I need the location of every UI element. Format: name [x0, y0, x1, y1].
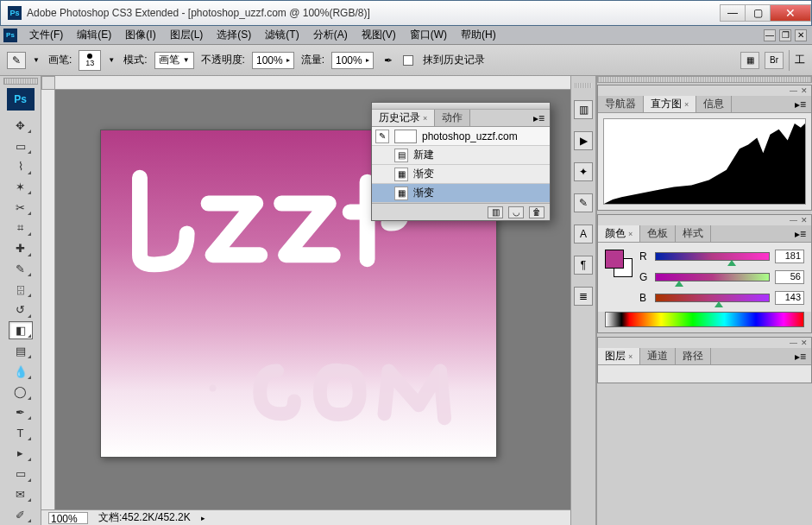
panel-close-icon[interactable]: ✕	[801, 216, 808, 225]
menu-image[interactable]: 图像(I)	[118, 26, 162, 44]
toolbox-gripper[interactable]	[3, 78, 38, 85]
zoom-input[interactable]: 100%	[48, 512, 88, 524]
eyedropper-tool[interactable]: ✐	[9, 505, 33, 524]
r-value[interactable]: 181	[775, 250, 804, 263]
fg-bg-swatch[interactable]	[605, 250, 633, 277]
tab-swatches[interactable]: 色板	[640, 225, 676, 242]
brush-dropdown[interactable]: ▼	[108, 56, 116, 64]
shape-tool[interactable]: ▭	[9, 465, 33, 484]
crop-tool[interactable]: ✂	[9, 198, 33, 217]
eraser-tool[interactable]: ◧	[9, 321, 33, 340]
tab-close-icon[interactable]: ×	[423, 114, 427, 123]
tab-navigator[interactable]: 导航器	[598, 96, 644, 112]
dock-tool-presets-icon[interactable]: ✦	[574, 162, 593, 181]
healing-tool[interactable]: ✚	[9, 239, 33, 258]
b-value[interactable]: 143	[775, 291, 804, 305]
menu-edit[interactable]: 编辑(E)	[70, 26, 118, 44]
panel-minimize-icon[interactable]: —	[790, 86, 797, 95]
tab-styles[interactable]: 样式	[676, 225, 711, 242]
menu-filter[interactable]: 滤镜(T)	[258, 26, 305, 44]
panel-close-icon[interactable]: ✕	[801, 338, 808, 347]
move-tool[interactable]: ✥	[9, 117, 33, 136]
dock-actions-icon[interactable]: ▶	[574, 131, 593, 150]
tab-color[interactable]: 颜色×	[598, 225, 640, 242]
doc-restore-button[interactable]: ❐	[779, 29, 791, 41]
history-panel-floating[interactable]: 历史记录× 动作 ▸≡ ✎ photoshop_uzzf.com ▤ 新建 ▦ …	[371, 102, 551, 221]
marquee-tool[interactable]: ▭	[9, 136, 33, 155]
r-slider[interactable]	[655, 252, 770, 261]
history-step-row[interactable]: ▤ 新建	[372, 146, 550, 165]
brush-preview[interactable]: 13	[79, 50, 101, 71]
menu-analysis[interactable]: 分析(A)	[306, 26, 355, 44]
tab-history[interactable]: 历史记录×	[372, 110, 435, 126]
panel-menu-icon[interactable]: ▸≡	[528, 110, 550, 126]
magic-wand-tool[interactable]: ✶	[9, 178, 33, 197]
history-brush-source-icon[interactable]: ✎	[375, 130, 389, 143]
path-select-tool[interactable]: ▸	[9, 444, 33, 463]
palette-well-button[interactable]: ▦	[740, 52, 759, 69]
minimize-button[interactable]: —	[720, 4, 746, 22]
menu-help[interactable]: 帮助(H)	[454, 26, 503, 44]
history-step-row[interactable]: ▦ 渐变	[372, 165, 550, 184]
tool-preset-dropdown[interactable]: ▼	[33, 56, 41, 64]
tab-actions[interactable]: 动作	[435, 110, 470, 126]
panel-menu-icon[interactable]: ▸≡	[790, 225, 811, 242]
panel-gripper[interactable]	[597, 76, 812, 83]
panel-menu-icon[interactable]: ▸≡	[790, 96, 811, 112]
g-value[interactable]: 56	[775, 270, 804, 284]
erase-history-checkbox[interactable]	[403, 55, 413, 66]
notes-tool[interactable]: ✉	[9, 485, 33, 504]
doc-close-button[interactable]: ✕	[795, 29, 807, 41]
stamp-tool[interactable]: ⌹	[9, 280, 33, 299]
status-arrow-icon[interactable]: ▸	[201, 514, 205, 522]
gradient-tool[interactable]: ▤	[9, 341, 33, 360]
dock-brushes-icon[interactable]: ✎	[574, 193, 593, 212]
slice-tool[interactable]: ⌗	[9, 218, 33, 237]
brush-tool[interactable]: ✎	[9, 260, 33, 279]
history-snapshot-row[interactable]: ✎ photoshop_uzzf.com	[372, 127, 550, 146]
menu-layer[interactable]: 图层(L)	[163, 26, 211, 44]
tab-close-icon[interactable]: ×	[628, 230, 633, 238]
opacity-combo[interactable]: 100%▸	[252, 52, 294, 69]
tab-info[interactable]: 信息	[696, 96, 732, 112]
ruler-horizontal[interactable]	[55, 76, 570, 90]
b-slider[interactable]	[655, 294, 770, 302]
flow-combo[interactable]: 100%▸	[331, 52, 374, 69]
lasso-tool[interactable]: ⌇	[9, 157, 33, 176]
blur-tool[interactable]: 💧	[9, 362, 33, 381]
delete-state-button[interactable]: 🗑	[529, 206, 544, 218]
workspace-label[interactable]: 工	[795, 53, 805, 67]
dock-layers-icon[interactable]: ▥	[574, 100, 593, 119]
history-panel-gripper[interactable]	[372, 103, 550, 110]
dock-character-icon[interactable]: A	[574, 225, 593, 244]
fg-color-swatch[interactable]	[605, 250, 624, 269]
tab-close-icon[interactable]: ×	[628, 352, 633, 361]
tab-layers[interactable]: 图层×	[598, 348, 640, 364]
dock-paragraph-icon[interactable]: ¶	[574, 256, 593, 275]
g-slider[interactable]	[655, 273, 770, 281]
menu-view[interactable]: 视图(V)	[355, 26, 403, 44]
ruler-vertical[interactable]	[41, 90, 55, 509]
panel-close-icon[interactable]: ✕	[801, 86, 808, 95]
tab-close-icon[interactable]: ×	[684, 100, 689, 109]
history-brush-tool[interactable]: ↺	[9, 300, 33, 319]
panel-menu-icon[interactable]: ▸≡	[790, 348, 811, 364]
tab-channels[interactable]: 通道	[640, 348, 676, 364]
new-snapshot-button[interactable]: ◡	[508, 206, 524, 218]
pen-tool[interactable]: ✒	[9, 403, 33, 422]
new-doc-from-state-button[interactable]: ▥	[488, 206, 503, 218]
current-tool-icon[interactable]: ✎	[7, 52, 26, 69]
airbrush-button[interactable]: ✒	[381, 53, 396, 68]
mode-combo[interactable]: 画笔▼	[154, 52, 194, 69]
dock-gripper[interactable]	[575, 83, 592, 88]
menu-file[interactable]: 文件(F)	[22, 26, 70, 44]
menu-select[interactable]: 选择(S)	[210, 26, 258, 44]
dock-layer-comps-icon[interactable]: ≣	[574, 287, 593, 306]
tab-paths[interactable]: 路径	[676, 348, 711, 364]
bridge-button[interactable]: Br	[765, 52, 784, 69]
menu-window[interactable]: 窗口(W)	[403, 26, 454, 44]
close-button[interactable]: ✕	[770, 4, 811, 22]
maximize-button[interactable]: ▢	[745, 4, 771, 22]
tab-histogram[interactable]: 直方图×	[644, 96, 696, 112]
history-step-row[interactable]: ▦ 渐变	[372, 184, 550, 203]
